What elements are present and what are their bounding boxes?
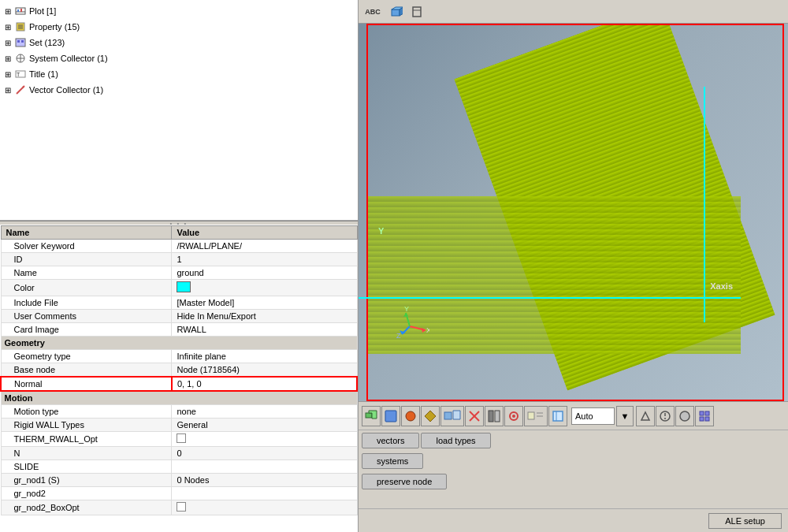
prop-name-cell: Color [1, 280, 172, 296]
tb-icon7-btn[interactable] [485, 406, 504, 426]
prop-value-cell [172, 280, 357, 296]
properties-table: Name Value Solver Keyword/RWALL/PLANE/ID… [0, 225, 358, 515]
tab-systems-btn[interactable]: systems [362, 453, 423, 469]
table-row: THERM_RWALL_Opt [1, 432, 357, 447]
svg-rect-41 [489, 411, 493, 422]
tab-load-types-btn[interactable]: load types [421, 433, 490, 448]
prop-name-cell: Solver Keyword [1, 240, 172, 253]
tree-item-system[interactable]: ⊞ System Collector (1) [0, 50, 358, 66]
tb-icon1-btn[interactable] [362, 406, 381, 426]
checkbox[interactable] [177, 502, 186, 512]
viewport-3d[interactable]: Xaxis Y X Y Z [359, 24, 788, 401]
svg-text:X: X [426, 326, 429, 334]
color-swatch[interactable] [177, 281, 191, 292]
tree-item-vector[interactable]: ⊞ Vector Collector (1) [0, 82, 358, 98]
tb-icon13-btn[interactable] [675, 406, 694, 426]
svg-rect-8 [16, 39, 25, 47]
tb-icon12-btn[interactable] [656, 406, 675, 426]
tab-row-3: preserve node [359, 471, 788, 492]
tree-item-title[interactable]: ⊞ T Title (1) [0, 66, 358, 82]
tab-preserve-node-btn[interactable]: preserve node [362, 474, 447, 489]
right-panel: ABC Xaxis Y [359, 0, 788, 532]
prop-value-cell: RWALL [172, 323, 357, 337]
tb-icon2-btn[interactable] [381, 406, 400, 426]
tb-icon8-btn[interactable] [504, 406, 523, 426]
table-row: Base nodeNode (1718564) [1, 363, 357, 378]
table-row: Nameground [1, 266, 357, 280]
prop-name-cell: Name [1, 266, 172, 280]
svg-rect-3 [20, 9, 22, 12]
svg-point-53 [664, 418, 666, 419]
prop-name-cell: N [1, 447, 172, 460]
prop-value-cell [172, 487, 357, 500]
tree-expand-property[interactable]: ⊞ [3, 22, 13, 32]
col-name-header: Name [1, 226, 172, 240]
tree-expand-plot[interactable]: ⊞ [3, 6, 13, 16]
plot-icon [14, 5, 27, 17]
toolbar-cube1-btn[interactable] [388, 3, 405, 20]
section-header-cell: Motion [1, 391, 357, 405]
svg-rect-2 [17, 9, 19, 12]
prop-value-cell: [Master Model] [172, 296, 357, 310]
tb-icon9-btn[interactable] [524, 406, 548, 426]
tree-expand-vector[interactable]: ⊞ [3, 85, 13, 95]
table-row: Motion typenone [1, 405, 357, 419]
prop-name-cell: gr_nod2 [1, 487, 172, 500]
checkbox[interactable] [177, 433, 186, 443]
svg-text:Z: Z [396, 332, 401, 340]
prop-name-cell[interactable]: Normal [1, 377, 172, 391]
prop-name-cell: THERM_RWALL_Opt [1, 432, 172, 447]
prop-name-cell: ID [1, 253, 172, 266]
ale-setup-btn[interactable]: ALE setup [708, 513, 782, 529]
property-icon [14, 20, 27, 33]
tree-item-plot[interactable]: ⊞ Plot [1] [0, 3, 358, 19]
tb-icon6-btn[interactable] [465, 406, 484, 426]
table-row: Normal0, 1, 0 [1, 377, 357, 391]
tb-icon5-btn[interactable] [440, 406, 464, 426]
tree-item-property[interactable]: ⊞ Property (15) [0, 19, 358, 35]
tree-expand-set[interactable]: ⊞ [3, 38, 13, 47]
tb-icon10-btn[interactable] [548, 406, 567, 426]
prop-name-cell: Motion type [1, 405, 172, 419]
tab-vectors-btn[interactable]: vectors [362, 433, 419, 448]
bottom-toolbar: Auto ▼ [359, 401, 788, 430]
table-row: Include File[Master Model] [1, 296, 357, 310]
tree-label-vector: Vector Collector (1) [29, 85, 103, 95]
tb-icon3-btn[interactable] [401, 406, 420, 426]
section-header-cell: Geometry [1, 337, 357, 350]
tree-label-plot: Plot [1] [29, 6, 56, 16]
prop-value-cell [172, 460, 357, 474]
tb-icon11-btn[interactable] [636, 406, 655, 426]
svg-marker-26 [422, 328, 426, 333]
table-row: ID1 [1, 253, 357, 266]
prop-name-cell: gr_nod2_BoxOpt [1, 500, 172, 515]
tree-item-set[interactable]: ⊞ Set (123) [0, 35, 358, 50]
tree-expand-system[interactable]: ⊞ [3, 54, 13, 63]
toolbar-cube2-btn[interactable] [408, 3, 426, 20]
prop-value-cell: ground [172, 266, 357, 280]
prop-value-cell [172, 500, 357, 515]
tree-expand-title[interactable]: ⊞ [3, 69, 13, 79]
vector-icon [14, 84, 27, 96]
prop-value-cell: 1 [172, 253, 357, 266]
svg-text:Y: Y [404, 307, 409, 313]
bottom-area: ALE setup [359, 508, 788, 532]
svg-rect-42 [495, 411, 500, 422]
table-row: Color [1, 280, 357, 296]
table-row: Geometry [1, 337, 357, 350]
table-row: SLIDE [1, 460, 357, 474]
prop-value-cell[interactable]: 0, 1, 0 [172, 377, 357, 391]
tab-row-1: vectors load types [359, 430, 788, 451]
prop-value-cell: Node (1718564) [172, 363, 357, 378]
prop-name-cell: User Comments [1, 310, 172, 323]
tb-icon4-btn[interactable] [421, 406, 440, 426]
auto-dropdown[interactable]: Auto [571, 407, 615, 425]
prop-name-cell: Include File [1, 296, 172, 310]
svg-rect-58 [705, 417, 709, 421]
x-axis-label: Xaxis [710, 281, 733, 291]
axis-indicator: X Y Z [390, 307, 429, 346]
system-icon [14, 52, 27, 65]
tb-icon14-btn[interactable] [695, 406, 714, 426]
auto-dropdown-arrow[interactable]: ▼ [616, 406, 634, 426]
tree-label-set: Set (123) [29, 38, 65, 47]
